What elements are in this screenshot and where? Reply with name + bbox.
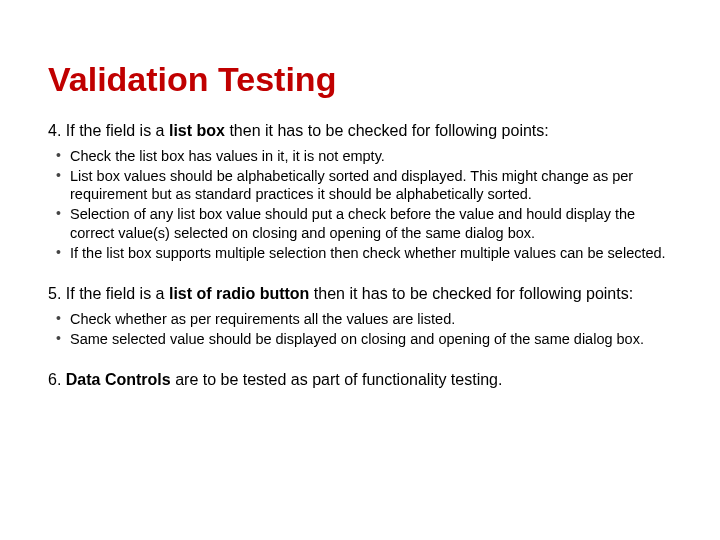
- list-item: Same selected value should be displayed …: [70, 330, 672, 348]
- section-5-bold: list of radio button: [169, 285, 309, 302]
- section-4-heading: 4. If the field is a list box then it ha…: [48, 121, 672, 141]
- list-item: Check whether as per requirements all th…: [70, 310, 672, 328]
- section-6-bold: Data Controls: [66, 371, 171, 388]
- section-5-heading: 5. If the field is a list of radio butto…: [48, 284, 672, 304]
- section-4-bullets: Check the list box has values in it, it …: [48, 147, 672, 262]
- section-5-prefix: 5. If the field is a: [48, 285, 169, 302]
- list-item: Check the list box has values in it, it …: [70, 147, 672, 165]
- list-item: Selection of any list box value should p…: [70, 205, 672, 241]
- section-6-suffix: are to be tested as part of functionalit…: [171, 371, 503, 388]
- list-item: If the list box supports multiple select…: [70, 244, 672, 262]
- section-4-bold: list box: [169, 122, 225, 139]
- section-4-suffix: then it has to be checked for following …: [225, 122, 549, 139]
- slide: Validation Testing 4. If the field is a …: [0, 0, 720, 540]
- page-title: Validation Testing: [48, 60, 672, 99]
- section-5-suffix: then it has to be checked for following …: [309, 285, 633, 302]
- section-6-prefix: 6.: [48, 371, 66, 388]
- section-6-heading: 6. Data Controls are to be tested as par…: [48, 370, 672, 390]
- section-5-bullets: Check whether as per requirements all th…: [48, 310, 672, 348]
- list-item: List box values should be alphabetically…: [70, 167, 672, 203]
- section-4-prefix: 4. If the field is a: [48, 122, 169, 139]
